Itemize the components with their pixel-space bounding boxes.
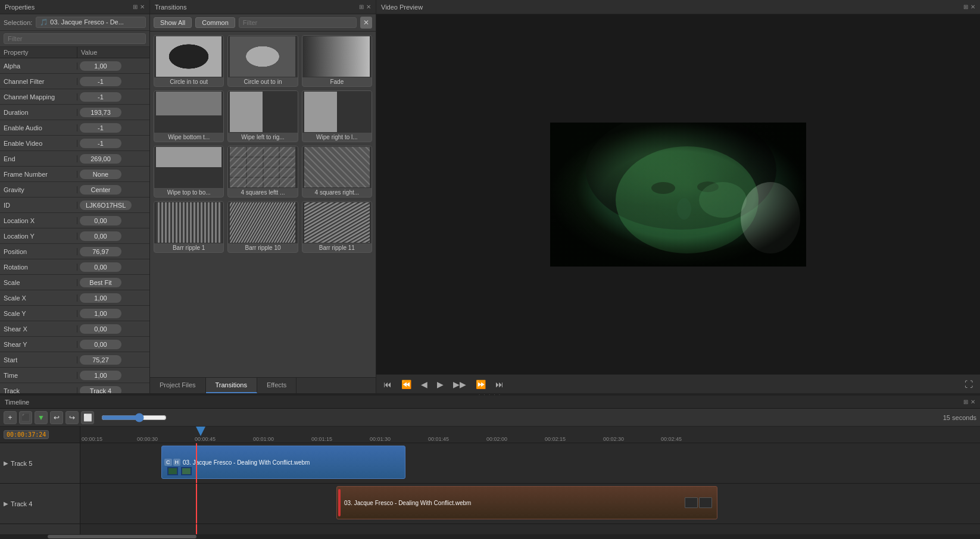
prop-name-1: Channel Filter — [0, 78, 77, 85]
transition-wipe-left[interactable]: Wipe left to rig... — [227, 90, 298, 142]
snap-button[interactable]: ⬜ — [81, 411, 94, 424]
prop-value-5: -1 — [80, 139, 121, 148]
skip-forward-button[interactable]: ⏭ — [493, 378, 506, 390]
track-4-arrow[interactable]: ▶ — [4, 500, 8, 507]
video-frame — [550, 123, 806, 267]
properties-list: Alpha 1,00 Channel Filter -1 Channel Map… — [0, 58, 149, 393]
prop-name-5: Enable Video — [0, 140, 77, 147]
transitions-filter-input[interactable] — [239, 17, 357, 28]
tab-effects[interactable]: Effects — [257, 378, 297, 393]
track-4-content[interactable]: 03. Jacque Fresco - Dealing With Conflic… — [80, 484, 980, 524]
properties-pin-icon[interactable]: ⊞ — [133, 4, 138, 10]
transition-circle-in-out[interactable]: Circle in to out — [154, 35, 224, 87]
prop-name-2: Channel Mapping — [0, 93, 77, 101]
prop-value-cell-13[interactable]: 0,00 — [77, 262, 149, 272]
fast-forward-button[interactable]: ▶▶ — [451, 378, 469, 390]
prop-value-cell-6[interactable]: 269,00 — [77, 154, 149, 164]
track-label-3: ▶ Track 3 — [0, 524, 80, 534]
zoom-slider[interactable] — [101, 413, 167, 422]
transition-wipe-top[interactable]: Wipe top to bo... — [154, 146, 224, 198]
prop-value-cell-7[interactable]: None — [77, 170, 149, 179]
prop-row-end: End 269,00 — [0, 151, 149, 167]
prop-value-11: 0,00 — [80, 231, 121, 241]
transitions-pin-icon[interactable]: ⊞ — [359, 4, 364, 10]
tab-project-files[interactable]: Project Files — [150, 378, 206, 393]
transition-label-barr-ripple-1: Barr ripple 1 — [154, 243, 223, 252]
prop-value-cell-17[interactable]: 0,00 — [77, 324, 149, 334]
prop-value-cell-16[interactable]: 1,00 — [77, 309, 149, 318]
time-mark-5: 00:01:30 — [370, 436, 391, 442]
prop-value-cell-11[interactable]: 0,00 — [77, 231, 149, 241]
show-all-button[interactable]: Show All — [154, 17, 192, 28]
video-preview-title: Video Preview — [381, 4, 423, 11]
next-frame-button[interactable]: ⏩ — [473, 378, 488, 390]
transition-thumb-4squares-left — [228, 146, 297, 188]
transition-label-4squares-left: 4 squares leftt ... — [228, 188, 297, 197]
transition-label-wipe-left: Wipe left to rig... — [228, 133, 297, 142]
transition-wipe-right[interactable]: Wipe right to l... — [302, 90, 372, 142]
timeline-pin-icon[interactable]: ⊞ — [963, 399, 968, 405]
transition-4squares-right[interactable]: 4 squares right... — [302, 146, 372, 198]
add-track-button[interactable]: + — [4, 411, 17, 424]
transition-thumb-barr-ripple-11 — [302, 202, 372, 243]
properties-close-icon[interactable]: ✕ — [140, 4, 145, 10]
prop-value-cell-12[interactable]: 76,97 — [77, 247, 149, 256]
timeline-redo-button[interactable]: ↪ — [65, 411, 79, 424]
prop-value-cell-21[interactable]: Track 4 — [77, 386, 149, 394]
transition-barr-ripple-10[interactable]: Barr ripple 10 — [227, 201, 298, 253]
prop-value-cell-9[interactable]: LJK6O17HSL — [77, 200, 149, 210]
svg-rect-1 — [156, 36, 221, 77]
transition-barr-ripple-1[interactable]: Barr ripple 1 — [154, 201, 224, 253]
transition-4squares-left[interactable]: 4 squares leftt ... — [227, 146, 298, 198]
prop-value-cell-4[interactable]: -1 — [77, 123, 149, 133]
track-4-clip-1[interactable]: 03. Jacque Fresco - Dealing With Conflic… — [336, 486, 717, 519]
transition-fade[interactable]: Fade — [302, 35, 372, 87]
transition-circle-out-in[interactable]: Circle out to in — [227, 35, 298, 87]
bottom-area: · · · · · Timeline ⊞ ✕ + ⬛ ▼ ↩ ↪ ⬜ 15 se… — [0, 393, 980, 539]
transitions-close-icon[interactable]: ✕ — [366, 4, 371, 10]
rewind-button[interactable]: ◀ — [419, 378, 430, 390]
skip-back-button[interactable]: ⏮ — [381, 378, 394, 390]
cut-button[interactable]: ▼ — [35, 411, 48, 424]
timeline-close-icon[interactable]: ✕ — [970, 399, 975, 405]
prop-value-cell-15[interactable]: 1,00 — [77, 293, 149, 303]
transition-barr-ripple-11[interactable]: Barr ripple 11 — [302, 201, 372, 253]
prop-value-cell-8[interactable]: Center — [77, 185, 149, 195]
tab-transitions[interactable]: Transitions — [206, 378, 257, 393]
svg-rect-12 — [156, 147, 221, 167]
play-button[interactable]: ▶ — [435, 378, 446, 390]
prop-value-cell-2[interactable]: -1 — [77, 92, 149, 102]
selection-value[interactable]: 🎵 03. Jacque Fresco - De... — [36, 17, 146, 28]
svg-rect-28 — [156, 202, 221, 243]
time-ruler[interactable]: 00:00:15 00:00:30 00:00:45 00:01:00 00:0… — [80, 427, 980, 443]
prop-value-cell-5[interactable]: -1 — [77, 139, 149, 148]
prop-value-cell-14[interactable]: Best Fit — [77, 278, 149, 287]
properties-filter-input[interactable] — [4, 33, 146, 44]
prop-value-cell-1[interactable]: -1 — [77, 77, 149, 86]
prop-value-cell-0[interactable]: 1,00 — [77, 61, 149, 71]
transitions-filter-clear[interactable]: ✕ — [360, 17, 372, 29]
track-4-playhead — [196, 484, 197, 524]
time-mark-7: 00:02:00 — [486, 436, 507, 442]
common-button[interactable]: Common — [195, 17, 235, 28]
prev-frame-button[interactable]: ⏪ — [399, 378, 414, 390]
prop-value-cell-3[interactable]: 193,73 — [77, 108, 149, 117]
timeline-scrollbar-thumb[interactable] — [48, 535, 196, 538]
transition-wipe-bottom[interactable]: Wipe bottom t... — [154, 90, 224, 142]
fullscreen-preview-button[interactable]: ⛶ — [962, 378, 975, 390]
upper-area: Properties ⊞ ✕ Selection: 🎵 03. Jacque F… — [0, 0, 980, 393]
filmframe-1 — [167, 466, 179, 476]
prop-value-cell-10[interactable]: 0,00 — [77, 216, 149, 225]
timeline-undo-button[interactable]: ↩ — [50, 411, 63, 424]
razor-button[interactable]: ⬛ — [19, 411, 32, 424]
track-5-arrow[interactable]: ▶ — [4, 460, 8, 466]
prop-value-cell-20[interactable]: 1,00 — [77, 371, 149, 380]
prop-value-cell-19[interactable]: 75,27 — [77, 355, 149, 365]
video-preview-close-icon[interactable]: ✕ — [970, 4, 975, 10]
track-3-content[interactable] — [80, 524, 980, 534]
video-preview-pin-icon[interactable]: ⊞ — [963, 4, 968, 10]
track-5-content[interactable]: C H 03. Jacque Fresco - Dealing With Con… — [80, 443, 980, 483]
prop-value-cell-18[interactable]: 0,00 — [77, 340, 149, 349]
track-5-clip-1[interactable]: C H 03. Jacque Fresco - Dealing With Con… — [161, 446, 405, 479]
timeline-scrollbar[interactable] — [0, 534, 980, 539]
